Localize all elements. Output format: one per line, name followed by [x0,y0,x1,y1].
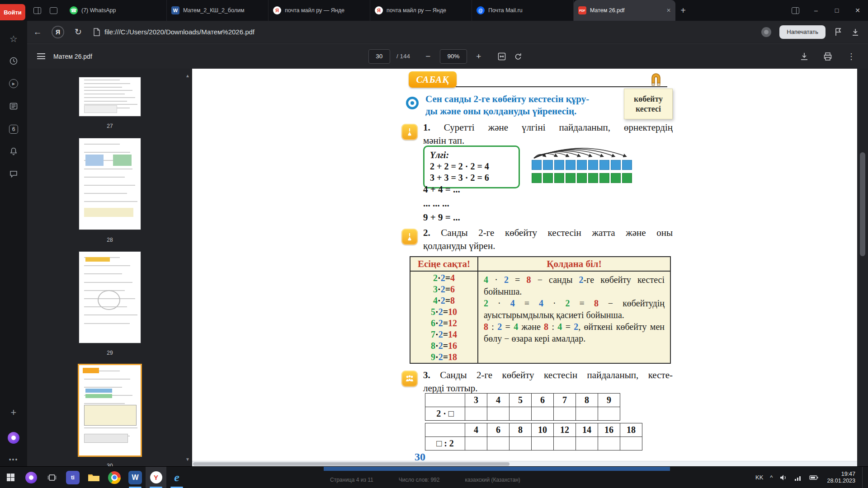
note-line1: көбейту [634,94,663,104]
thumb-content [84,323,130,324]
sample-box: Үлгі: 2 + 2 = 2 · 2 = 4 3 + 3 = 3 · 2 = … [423,145,520,188]
news-feed-icon[interactable] [0,99,27,113]
magnet-pin-icon [650,72,662,89]
thumbs-scroll-down-icon[interactable]: ▼ [185,457,190,462]
vertical-scroll-thumb[interactable] [860,152,865,256]
file-explorer-button[interactable] [83,467,104,488]
vertical-scrollbar[interactable] [857,69,868,466]
side-panel-icon[interactable] [785,0,806,21]
fill-table-divide[interactable]: 4681012141618□ : 2 [425,423,642,450]
save-download-icon[interactable] [799,52,809,61]
window-minimize-button[interactable]: – [806,0,826,21]
zoom-level[interactable]: 90% [440,49,467,64]
zoom-in-button[interactable]: + [473,52,484,61]
green-square [577,173,587,183]
chrome-button[interactable] [104,467,125,488]
thumb-content [84,152,130,153]
yandex-login-button[interactable]: Войти [0,4,25,20]
thumbnail-page-30[interactable] [79,365,141,455]
refresh-button[interactable]: ↻ [72,27,84,37]
thumbn-page-label: 27 [79,123,141,129]
lesson-badge: САБАҚ [409,71,457,88]
blue-square [566,160,576,170]
thumb-content [84,403,125,404]
yandex-browser-button[interactable]: Y [146,467,166,488]
thumbnail-page-29[interactable] [79,252,141,343]
more-options-dots-icon[interactable]: ••• [0,453,27,466]
thumb-content [85,394,113,398]
tab-pdf[interactable]: PDFМатем 26.pdf✕ [574,0,675,21]
fill-table-multiply[interactable]: 34567892 · □ [425,393,620,421]
print-suggestion-button[interactable]: Напечатать [779,25,826,39]
back-button[interactable]: ← [32,27,43,37]
downloads-icon[interactable] [851,28,860,37]
word-button[interactable]: W [125,467,146,488]
tab-word[interactable]: WМатем_2_КШ_2_болим [167,0,269,21]
multiplication-fact: 9 · 2 = 18 [410,352,477,363]
keyboard-language[interactable]: KK [755,474,763,481]
yandex-favicon: Я [273,6,281,14]
taskbar-clock[interactable]: 19:47 28.01.2023 [825,471,855,484]
thumbnail-page-28[interactable] [79,138,141,230]
zoom-out-button[interactable]: − [423,52,434,61]
add-panel-plus-icon[interactable]: + [0,406,27,419]
taskbar-app-ti[interactable]: ti [62,467,83,488]
fit-page-icon[interactable] [497,52,507,61]
notifications-bell-icon[interactable] [0,145,27,158]
task-view-button[interactable] [42,467,62,488]
tab-whatsapp[interactable]: ☎(7) WhatsApp [65,0,167,21]
blue-square [554,160,564,170]
horizontal-scrollbar[interactable] [192,461,857,466]
task1-flask-icon [401,124,418,140]
pinned-tabs-icon[interactable] [47,5,59,16]
tab-groups-icon[interactable] [31,5,43,16]
thumbs-scroll-up-icon[interactable]: ▲ [185,73,190,78]
tab-strip: ☎(7) WhatsAppWМатем_2_КШ_2_болимЯпочта м… [65,0,675,21]
battery-icon[interactable] [809,475,818,480]
volume-icon[interactable] [779,474,788,481]
blue-squares-row [532,160,632,170]
tab-mail[interactable]: @Почта Mail.ru [472,0,574,21]
thumbnail-page-27[interactable] [79,77,141,116]
messenger-chat-icon[interactable] [0,167,27,181]
multiplication-fact: 2 · 2 = 4 [410,272,477,284]
tab-yandex[interactable]: Япочта майл ру — Янде [269,0,370,21]
alice-assistant-icon[interactable] [0,431,27,445]
more-icon[interactable]: ⋮ [846,52,856,61]
protect-icon[interactable] [761,27,771,37]
network-icon[interactable] [794,474,802,481]
bookmark-flag-icon[interactable] [834,28,843,37]
alice-search-button[interactable] [21,467,42,488]
multiplication-fact: 5 · 2 = 10 [410,306,477,318]
print-icon[interactable] [823,52,833,61]
show-desktop-button[interactable] [862,467,866,488]
memorize-header: Есіңе сақта! [410,257,478,271]
thumb-content [84,94,125,94]
video-play-icon[interactable]: ▶ [0,77,27,90]
blue-square [588,160,598,170]
tab-title: почта майл ру — Янде [285,7,365,14]
history-clock-icon[interactable] [0,54,27,68]
document-icon [93,28,100,36]
new-tab-button[interactable]: + [675,0,691,21]
thumb-content [113,155,132,165]
yandex-logo-button[interactable]: Я [52,26,64,38]
tab-title: (7) WhatsApp [81,7,162,14]
page-number-input[interactable]: 30 [368,49,390,64]
bookmarks-star-icon[interactable]: ☆ [0,32,27,46]
green-square [599,173,609,183]
tab-yandex[interactable]: Япочта майл ру — Янде [370,0,472,21]
url-field[interactable]: file:///C:/Users/2020/Downloads/Матем%20… [93,28,761,36]
menu-icon[interactable] [37,52,45,61]
tab-title: почта майл ру — Янде [387,7,467,14]
start-button[interactable] [0,467,21,488]
rotate-icon[interactable] [513,52,523,61]
tab-counter-icon[interactable]: 6 [0,122,27,136]
tab-close-icon[interactable]: ✕ [666,7,671,14]
window-close-button[interactable]: ✕ [847,0,868,21]
thumb-content [84,427,137,428]
internet-explorer-button[interactable]: e [166,467,187,488]
window-maximize-button[interactable]: □ [826,0,847,21]
horizontal-scroll-thumb[interactable] [193,462,509,466]
tray-expand-icon[interactable]: ^ [770,474,773,481]
